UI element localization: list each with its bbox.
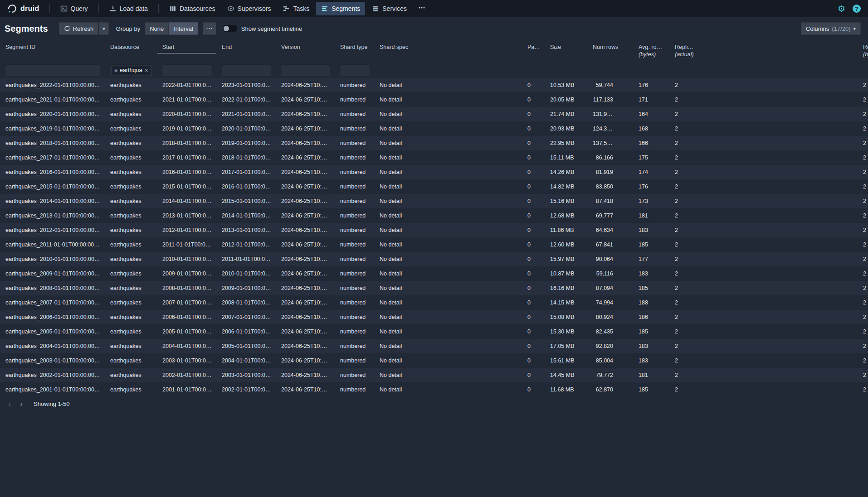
datasource-filter-tag[interactable]: ≡ earthquakes × (112, 66, 151, 75)
more-actions-button[interactable]: ⋯ (203, 22, 216, 35)
cell-shard-type: numbered (335, 310, 374, 324)
table-row[interactable]: earthquakes_2017-01-01T00:00:00.00...ear… (0, 150, 868, 165)
column-header-end[interactable]: End (216, 40, 276, 63)
next-page-button[interactable]: › (15, 398, 27, 410)
table-row[interactable]: earthquakes_2007-01-01T00:00:00.00...ear… (0, 295, 868, 310)
table-row[interactable]: earthquakes_2011-01-01T00:00:00.00...ear… (0, 237, 868, 252)
segment-id-filter-input[interactable] (5, 64, 100, 76)
refresh-button[interactable]: Refresh (59, 22, 99, 35)
cell-replicas: 2 (669, 78, 699, 92)
table-row[interactable]: earthquakes_2012-01-01T00:00:00.00...ear… (0, 223, 868, 237)
table-row[interactable]: earthquakes_2021-01-01T00:00:00.00...ear… (0, 92, 868, 107)
cell-start: 2021-01-01T00:00:0... (157, 92, 216, 107)
cell-shard-spec: No detail (374, 339, 522, 353)
nav-item-load-data[interactable]: Load data (104, 2, 153, 15)
column-header-num-rows[interactable]: Num rows (587, 40, 633, 63)
nav-item-services[interactable]: Services (367, 2, 412, 15)
cell-datasource: earthquakes (105, 324, 157, 339)
cell-shard-spec: No detail (374, 353, 522, 368)
columns-button[interactable]: Columns (17/20) ▾ (801, 22, 861, 35)
cell-segment-id: earthquakes_2003-01-01T00:00:00.00... (0, 353, 105, 368)
table-row[interactable]: earthquakes_2006-01-01T00:00:00.00...ear… (0, 310, 868, 324)
cell-avg-row-size: 176 (633, 78, 669, 92)
nav-item-segments[interactable]: Segments (316, 2, 365, 15)
start-filter-input[interactable] (162, 64, 212, 76)
table-row[interactable]: earthquakes_2019-01-01T00:00:00.00...ear… (0, 121, 868, 136)
table-row[interactable]: earthquakes_2018-01-01T00:00:00.00...ear… (0, 136, 868, 150)
cell-shard-type: numbered (335, 295, 374, 310)
cell-version: 2024-06-25T10:35:0... (276, 223, 335, 237)
help-icon[interactable]: ? (853, 5, 861, 13)
table-row[interactable]: earthquakes_2001-01-01T00:00:00.00...ear… (0, 382, 868, 397)
segments-table: Segment ID Datasource Start End Version … (0, 40, 868, 397)
cell-segment-id: earthquakes_2017-01-01T00:00:00.00... (0, 150, 105, 165)
settings-gear-icon[interactable]: ⚙ (838, 5, 845, 13)
cell-avg-row-size: 164 (633, 107, 669, 121)
cell-start: 2006-01-01T00:00:0... (157, 310, 216, 324)
cell-num-rows: 80,924 (587, 310, 633, 324)
table-row[interactable]: earthquakes_2015-01-01T00:00:00.00...ear… (0, 179, 868, 194)
cell-datasource: earthquakes (105, 353, 157, 368)
nav-item-tasks[interactable]: Tasks (278, 2, 314, 15)
cell-num-rows: 87,094 (587, 281, 633, 295)
column-header-size[interactable]: Size (545, 40, 587, 63)
remove-filter-icon[interactable]: × (145, 67, 148, 74)
table-row[interactable]: earthquakes_2020-01-01T00:00:00.00...ear… (0, 107, 868, 121)
cell-start: 2016-01-01T00:00:0... (157, 165, 216, 179)
column-header-replicas[interactable]: Replicas(actual) (669, 40, 699, 63)
column-header-datasource[interactable]: Datasource (105, 40, 157, 63)
cell-partition: 0 (522, 266, 545, 281)
cell-end: 2023-01-01T00:00:0... (216, 78, 276, 92)
version-filter-input[interactable] (281, 64, 330, 76)
services-icon (372, 5, 379, 12)
filter-row: ≡ earthquakes × (0, 63, 868, 78)
previous-page-button[interactable]: ‹ (4, 398, 15, 410)
column-header-replicated-size[interactable]: Replicated size(bytes) (699, 40, 868, 63)
shard-type-filter-input[interactable] (340, 64, 370, 76)
table-row[interactable]: earthquakes_2005-01-01T00:00:00.00...ear… (0, 324, 868, 339)
top-nav-bar: druid Query Load data Datasources Superv… (0, 0, 868, 17)
group-by-none-button[interactable]: None (145, 22, 169, 35)
column-header-start[interactable]: Start (157, 40, 216, 63)
refresh-dropdown-button[interactable]: ▾ (99, 22, 109, 35)
nav-item-label: Tasks (293, 5, 309, 12)
cell-segment-id: earthquakes_2012-01-01T00:00:00.00... (0, 223, 105, 237)
column-header-version[interactable]: Version (276, 40, 335, 63)
column-header-shard-spec[interactable]: Shard spec (374, 40, 522, 63)
datasource-filter-input[interactable]: ≡ earthquakes × (110, 64, 152, 76)
table-row[interactable]: earthquakes_2009-01-01T00:00:00.00...ear… (0, 266, 868, 281)
cell-end: 2021-01-01T00:00:0... (216, 107, 276, 121)
more-menu-button[interactable] (414, 2, 430, 15)
column-header-partition[interactable]: Partition (522, 40, 545, 63)
table-row[interactable]: earthquakes_2008-01-01T00:00:00.00...ear… (0, 281, 868, 295)
tasks-icon (283, 5, 290, 12)
table-row[interactable]: earthquakes_2010-01-01T00:00:00.00...ear… (0, 252, 868, 266)
table-row[interactable]: earthquakes_2002-01-01T00:00:00.00...ear… (0, 368, 868, 382)
table-row[interactable]: earthquakes_2004-01-01T00:00:00.00...ear… (0, 339, 868, 353)
table-row[interactable]: earthquakes_2016-01-01T00:00:00.00...ear… (0, 165, 868, 179)
cell-shard-spec: No detail (374, 252, 522, 266)
table-row[interactable]: earthquakes_2013-01-01T00:00:00.00...ear… (0, 208, 868, 223)
nav-item-datasources[interactable]: Datasources (164, 2, 220, 15)
cell-version: 2024-06-25T10:35:1... (276, 121, 335, 136)
table-row[interactable]: earthquakes_2003-01-01T00:00:00.00...ear… (0, 353, 868, 368)
cell-end: 2010-01-01T00:00:0... (216, 266, 276, 281)
cell-shard-spec: No detail (374, 324, 522, 339)
segment-timeline-toggle[interactable] (223, 25, 237, 32)
column-header-shard-type[interactable]: Shard type (335, 40, 374, 63)
column-header-avg-row-size[interactable]: Avg. row size(bytes) (633, 40, 669, 63)
table-row[interactable]: earthquakes_2022-01-01T00:00:00.00...ear… (0, 78, 868, 92)
cell-replicas: 2 (669, 150, 699, 165)
cell-segment-id: earthquakes_2001-01-01T00:00:00.00... (0, 382, 105, 397)
cell-size: 21.74 MB (545, 107, 587, 121)
cell-replicas: 2 (669, 179, 699, 194)
cell-partition: 0 (522, 252, 545, 266)
druid-logo[interactable]: druid (4, 3, 44, 14)
group-by-interval-button[interactable]: Interval (169, 22, 198, 35)
table-row[interactable]: earthquakes_2014-01-01T00:00:00.00...ear… (0, 194, 868, 208)
column-header-segment-id[interactable]: Segment ID (0, 40, 105, 63)
nav-item-query[interactable]: Query (55, 2, 93, 15)
end-filter-input[interactable] (222, 64, 271, 76)
nav-item-supervisors[interactable]: Supervisors (222, 2, 276, 15)
cell-shard-spec: No detail (374, 150, 522, 165)
